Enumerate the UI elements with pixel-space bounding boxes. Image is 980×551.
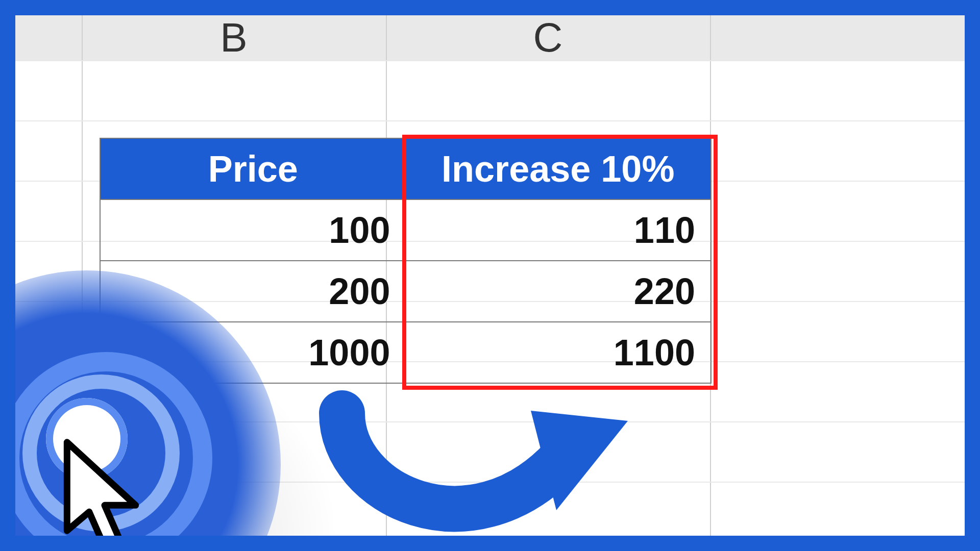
table-row: 100 110 (101, 199, 710, 260)
table-header-row: Price Increase 10% (101, 139, 710, 199)
spreadsheet-grid: B C Price Increase 10% 100 110 (15, 15, 965, 536)
column-header-b[interactable]: B (82, 15, 386, 60)
table-header-price[interactable]: Price (101, 139, 406, 199)
grid-line (15, 60, 965, 61)
column-header-c[interactable]: C (386, 15, 710, 60)
table-header-increase[interactable]: Increase 10% (406, 139, 711, 199)
cell-increase[interactable]: 110 (406, 200, 711, 260)
cell-increase[interactable]: 1100 (406, 322, 711, 383)
svg-marker-0 (531, 411, 628, 510)
cell-increase[interactable]: 220 (406, 261, 711, 321)
cell-price[interactable]: 100 (101, 200, 406, 260)
curved-arrow-icon (311, 362, 638, 536)
column-header-bar: B C (15, 15, 965, 61)
grid-line (15, 120, 965, 121)
cursor-icon (55, 437, 167, 536)
spreadsheet-frame: B C Price Increase 10% 100 110 (15, 15, 965, 536)
